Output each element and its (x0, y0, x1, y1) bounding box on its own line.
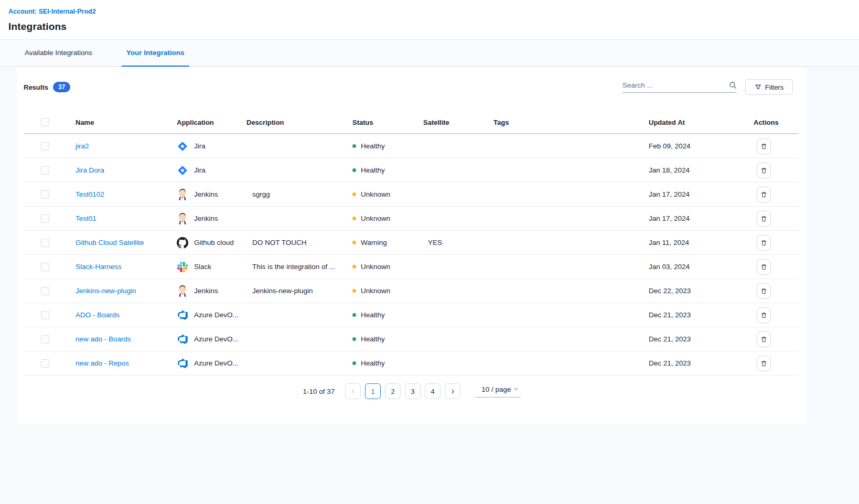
row-name-link[interactable]: Jira Dora (76, 166, 104, 174)
delete-button[interactable] (757, 163, 771, 178)
row-checkbox[interactable] (41, 215, 49, 223)
row-status-cell: Unknown (352, 215, 423, 222)
row-status-cell: Healthy (352, 142, 423, 150)
row-name-link[interactable]: ADO - Boards (76, 311, 120, 319)
delete-button[interactable] (757, 235, 771, 251)
table-header-row: Name Application Description Status Sate… (24, 111, 799, 134)
row-status: Unknown (361, 190, 390, 198)
row-description: This is the integration of ... (246, 263, 352, 271)
page-button-2[interactable]: 2 (385, 383, 401, 399)
row-checkbox-cell (24, 311, 76, 319)
row-checkbox[interactable] (41, 166, 49, 175)
table-row: Jira Dora Jira Healthy Jan 18, 2024 (24, 158, 799, 183)
table-row: Github Cloud Satellite Github cloud DO N… (24, 231, 799, 255)
row-application-cell: Azure DevO... (177, 333, 246, 346)
page-size-select[interactable]: 10 / page (475, 385, 520, 398)
status-dot-icon (352, 168, 356, 172)
row-checkbox[interactable] (41, 359, 49, 368)
row-checkbox[interactable] (41, 142, 49, 151)
table-body: jira2 Jira Healthy Feb 09, 2024 Jira Dor… (24, 134, 799, 376)
tab-your-integrations[interactable]: Your Integrations (122, 40, 189, 67)
row-checkbox-cell (24, 166, 76, 175)
select-all-checkbox[interactable] (41, 118, 49, 126)
status-dot-icon (352, 361, 356, 365)
page-button-4[interactable]: 4 (425, 383, 441, 399)
table-row: ADO - Boards Azure DevO... Healthy Dec 2… (24, 303, 799, 327)
delete-button[interactable] (757, 211, 771, 227)
row-actions-cell (754, 163, 799, 178)
row-checkbox-cell (24, 215, 76, 223)
row-checkbox[interactable] (41, 263, 49, 271)
row-name-link[interactable]: Github Cloud Satellite (76, 239, 144, 246)
integrations-table: Name Application Description Status Sate… (24, 111, 799, 376)
jenkins-icon (177, 285, 188, 297)
jenkins-icon (177, 188, 188, 201)
filters-button[interactable]: Filters (745, 79, 793, 95)
row-name-link[interactable]: Jenkins-new-plugin (76, 287, 136, 295)
row-name-cell: Test0102 (76, 190, 177, 198)
search-input[interactable] (622, 81, 729, 89)
page-header: Account: SEI-Internal-Prod2 Integrations (0, 0, 859, 40)
row-updated-at: Jan 17, 2024 (649, 190, 754, 198)
delete-button[interactable] (757, 259, 771, 275)
page-button-1[interactable]: 1 (365, 383, 381, 399)
table-row: new ado - Boards Azure DevO... Healthy D… (24, 327, 799, 351)
page-button-3[interactable]: 3 (405, 383, 421, 399)
delete-button[interactable] (757, 187, 771, 202)
row-status-cell: Unknown (352, 190, 423, 198)
page-title: Integrations (8, 21, 851, 33)
delete-button[interactable] (757, 283, 771, 299)
filter-funnel-icon (755, 84, 761, 91)
delete-button[interactable] (757, 331, 771, 347)
row-checkbox-cell (24, 239, 76, 247)
row-checkbox[interactable] (41, 239, 49, 247)
row-name-link[interactable]: Test0102 (76, 190, 104, 198)
row-checkbox[interactable] (41, 335, 49, 344)
row-updated-at: Dec 21, 2023 (649, 335, 754, 343)
row-checkbox[interactable] (41, 287, 49, 295)
delete-button[interactable] (757, 307, 771, 323)
row-status-cell: Unknown (352, 287, 423, 295)
row-updated-at: Dec 21, 2023 (649, 359, 754, 367)
row-updated-at: Jan 03, 2024 (649, 263, 754, 271)
filters-button-label: Filters (765, 83, 783, 91)
row-application-cell: Slack (177, 261, 246, 273)
row-name-cell: ADO - Boards (76, 311, 177, 319)
row-name-link[interactable]: Test01 (76, 215, 96, 222)
account-link[interactable]: Account: SEI-Internal-Prod2 (8, 8, 96, 15)
row-application-cell: Jenkins (177, 212, 246, 225)
row-name-link[interactable]: Slack-Harness (76, 263, 122, 271)
column-header-name: Name (76, 119, 177, 126)
row-checkbox-cell (24, 263, 76, 271)
row-checkbox-cell (24, 142, 76, 151)
row-status: Healthy (361, 311, 385, 319)
row-status-cell: Warning (352, 239, 423, 246)
status-dot-icon (352, 192, 356, 196)
row-updated-at: Jan 18, 2024 (649, 166, 754, 174)
row-updated-at: Feb 09, 2024 (649, 142, 754, 150)
row-checkbox[interactable] (41, 190, 49, 199)
row-checkbox[interactable] (41, 311, 49, 319)
row-application-cell: Azure DevO... (177, 309, 246, 321)
status-dot-icon (352, 217, 356, 220)
column-header-description: Description (246, 119, 352, 126)
tab-bar: Available Integrations Your Integrations (0, 40, 859, 67)
tab-available-integrations[interactable]: Available Integrations (20, 40, 97, 67)
row-application: Azure DevO... (194, 311, 239, 319)
delete-button[interactable] (757, 138, 771, 154)
column-header-actions: Actions (754, 119, 799, 126)
next-page-button[interactable] (445, 383, 460, 399)
row-name-link[interactable]: new ado - Boards (76, 335, 131, 343)
column-header-tags: Tags (493, 119, 649, 126)
row-actions-cell (754, 187, 799, 202)
row-name-link[interactable]: new ado - Repos (76, 359, 129, 367)
page-buttons: 1234 (365, 383, 441, 399)
delete-button[interactable] (757, 356, 771, 371)
row-name-link[interactable]: jira2 (76, 142, 89, 150)
github-icon (177, 237, 188, 249)
row-application: Jenkins (194, 287, 218, 295)
previous-page-button[interactable] (345, 383, 361, 399)
row-checkbox-cell (24, 190, 76, 199)
row-application: Jenkins (194, 190, 218, 198)
row-updated-at: Jan 11, 2024 (649, 239, 754, 246)
